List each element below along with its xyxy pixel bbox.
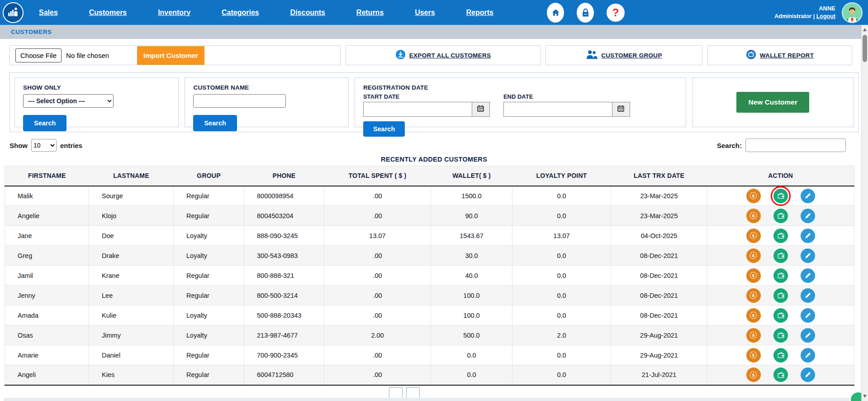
cell-lastname: Klojo <box>89 206 174 226</box>
edit-pencil-icon[interactable] <box>801 189 815 203</box>
horizontal-scrollbar[interactable] <box>4 398 854 401</box>
cell-wallet: 1543.67 <box>431 226 512 246</box>
customer-group-link[interactable]: CUSTOMER GROUP <box>601 52 662 59</box>
scrollbar-down-arrow[interactable] <box>863 395 867 398</box>
loyalty-coin-icon[interactable]: $ <box>746 288 761 303</box>
loyalty-coin-icon[interactable]: $ <box>746 348 761 363</box>
customer-name-search-button[interactable]: Search <box>193 115 237 131</box>
cell-action: $ <box>707 206 854 226</box>
new-customer-button[interactable]: New Customer <box>736 92 809 113</box>
wallet-icon[interactable] <box>773 368 788 382</box>
start-date-input[interactable] <box>363 102 472 117</box>
edit-pencil-icon[interactable] <box>801 288 815 303</box>
app-logo[interactable] <box>3 2 24 23</box>
lock-icon[interactable] <box>577 3 594 23</box>
loyalty-coin-icon[interactable]: $ <box>746 368 761 382</box>
cell-phone: 8004503204 <box>244 206 324 226</box>
scrollbar-thumb[interactable] <box>863 35 867 62</box>
table-row: JaneDoeLoyalty888-090-324513.071543.6713… <box>5 226 854 246</box>
cell-last_trx_date: 21-Jul-2021 <box>611 365 707 385</box>
registration-date-search-button[interactable]: Search <box>363 121 405 137</box>
cell-loyalty_point: 0.0 <box>512 345 611 365</box>
cell-group: Regular <box>174 206 244 226</box>
import-customer-button[interactable]: Import Customer <box>137 46 204 65</box>
wallet-icon[interactable] <box>773 248 788 263</box>
wallet-icon[interactable] <box>773 348 788 363</box>
customer-group-box[interactable]: CUSTOMER GROUP <box>545 45 702 65</box>
svg-text:$: $ <box>752 273 755 278</box>
cell-total_spent: .00 <box>324 186 431 206</box>
end-date-calendar-button[interactable] <box>612 102 630 117</box>
start-date-calendar-button[interactable] <box>472 102 490 117</box>
choose-file-button[interactable]: Choose File <box>15 48 62 62</box>
edit-pencil-icon[interactable] <box>801 368 815 382</box>
vertical-scrollbar[interactable] <box>861 25 868 401</box>
nav-item-inventory[interactable]: Inventory <box>158 9 190 17</box>
edit-pencil-icon[interactable] <box>801 328 815 343</box>
page-size-select[interactable]: 10 <box>31 139 57 152</box>
cell-total_spent: .00 <box>324 365 431 385</box>
wallet-icon[interactable] <box>773 288 788 303</box>
edit-pencil-icon[interactable] <box>801 268 815 283</box>
loyalty-coin-icon[interactable]: $ <box>746 229 761 243</box>
show-only-select[interactable]: --- Select Option --- <box>23 94 114 108</box>
table-row: GregDrakeLoyalty300-543-0983.0030.00.008… <box>5 246 854 266</box>
cell-wallet: 0.0 <box>431 345 512 365</box>
customer-name-input[interactable] <box>193 94 286 108</box>
wallet-report-box[interactable]: WALLET REPORT <box>707 45 852 65</box>
nav-item-reports[interactable]: Reports <box>466 9 493 17</box>
wallet-icon[interactable] <box>773 229 788 243</box>
cell-last_trx_date: 08-Dec-2021 <box>611 306 707 325</box>
logo-chart-person-icon <box>7 6 19 19</box>
edit-pencil-icon[interactable] <box>801 248 815 263</box>
nav-item-categories[interactable]: Categories <box>222 9 259 17</box>
table-row: AngeliKiesRegular6004712580.000.00.021-J… <box>5 365 854 385</box>
cell-last_trx_date: 23-Mar-2025 <box>611 206 707 226</box>
cell-action: $ <box>707 286 854 306</box>
end-date-label: END DATE <box>503 93 630 100</box>
table-row: JamilKraneRegular800-888-321.0040.00.008… <box>5 266 854 286</box>
wallet-icon[interactable] <box>773 209 788 223</box>
filters-container: SHOW ONLY --- Select Option --- Search C… <box>9 72 859 132</box>
logout-link[interactable]: Logout <box>816 13 835 19</box>
edit-pencil-icon[interactable] <box>801 229 815 243</box>
loyalty-coin-icon[interactable]: $ <box>746 268 761 283</box>
home-icon[interactable] <box>547 3 564 23</box>
loyalty-coin-icon[interactable]: $ <box>746 248 761 263</box>
end-date-input[interactable] <box>503 102 612 117</box>
cell-firstname: Jenny <box>5 286 89 306</box>
export-all-customers-box[interactable]: EXPORT ALL CUSTOMERS <box>346 45 541 65</box>
nav-item-sales[interactable]: Sales <box>39 9 58 17</box>
loyalty-coin-icon[interactable]: $ <box>746 308 761 323</box>
avatar[interactable] <box>842 2 863 23</box>
wallet-report-link[interactable]: WALLET REPORT <box>760 52 814 59</box>
cell-total_spent: .00 <box>324 246 431 266</box>
svg-text:$: $ <box>752 213 755 218</box>
svg-text:$: $ <box>752 313 755 318</box>
wallet-icon[interactable] <box>773 189 788 203</box>
loyalty-coin-icon[interactable]: $ <box>746 328 761 343</box>
table-search-input[interactable] <box>745 138 846 152</box>
help-icon[interactable]: ? <box>607 4 625 22</box>
nav-item-returns[interactable]: Returns <box>356 9 384 17</box>
show-only-search-button[interactable]: Search <box>23 115 66 131</box>
nav-item-discounts[interactable]: Discounts <box>290 9 325 17</box>
table-search-label: Search: <box>717 142 742 149</box>
cell-loyalty_point: 0.0 <box>512 206 611 226</box>
loyalty-coin-icon[interactable]: $ <box>746 209 761 223</box>
nav-item-users[interactable]: Users <box>415 9 435 17</box>
nav-item-customers[interactable]: Customers <box>89 9 127 17</box>
scrollbar-up-arrow[interactable] <box>863 28 867 31</box>
edit-pencil-icon[interactable] <box>801 308 815 323</box>
loyalty-coin-icon[interactable]: $ <box>746 189 761 203</box>
column-header: TOTAL SPENT ( $ ) <box>324 166 431 186</box>
edit-pencil-icon[interactable] <box>801 348 815 363</box>
wallet-icon[interactable] <box>773 268 788 283</box>
cell-firstname: Jane <box>5 226 89 246</box>
wallet-icon[interactable] <box>773 308 788 323</box>
wallet-icon[interactable] <box>773 328 788 343</box>
column-header: GROUP <box>174 166 244 186</box>
show-only-label: SHOW ONLY <box>23 84 170 91</box>
export-all-customers-link[interactable]: EXPORT ALL CUSTOMERS <box>409 52 491 59</box>
edit-pencil-icon[interactable] <box>801 209 815 223</box>
